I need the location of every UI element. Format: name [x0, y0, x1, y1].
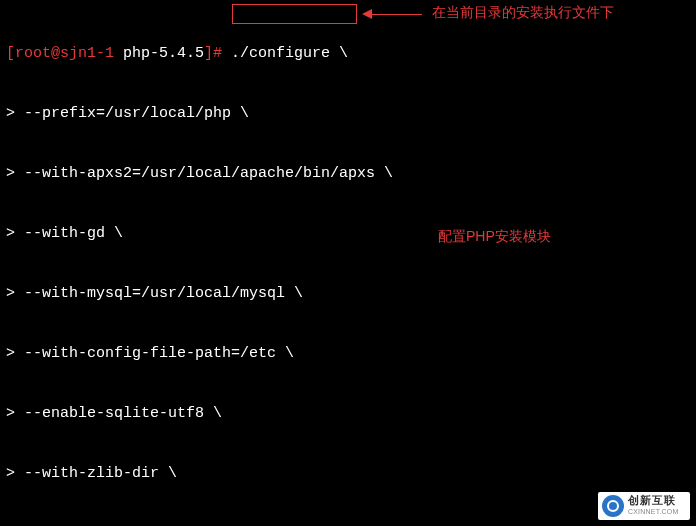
- prompt-suffix: ]#: [204, 45, 231, 62]
- prompt-line: [root@sjn1-1 php-5.4.5]# ./configure \: [6, 44, 690, 64]
- cont-line: > --prefix=/usr/local/php \: [6, 104, 690, 124]
- watermark-en: CXINNET.COM: [628, 506, 678, 517]
- cont-line: > --with-config-file-path=/etc \: [6, 344, 690, 364]
- cont-line: > --enable-sqlite-utf8 \: [6, 404, 690, 424]
- prompt-command: ./configure \: [231, 45, 348, 62]
- prompt-user-host: [root@sjn1-1: [6, 45, 123, 62]
- watermark-cn: 创新互联: [628, 495, 678, 506]
- terminal[interactable]: [root@sjn1-1 php-5.4.5]# ./configure \ >…: [0, 0, 696, 526]
- prompt-cwd: php-5.4.5: [123, 45, 204, 62]
- cont-line: > --with-apxs2=/usr/local/apache/bin/apx…: [6, 164, 690, 184]
- logo-icon: [602, 495, 624, 517]
- cont-line: > --with-zlib-dir \: [6, 464, 690, 484]
- cont-line: > --with-mysql=/usr/local/mysql \: [6, 284, 690, 304]
- watermark: 创新互联 CXINNET.COM: [598, 492, 690, 520]
- cont-line: > --with-gd \: [6, 224, 690, 244]
